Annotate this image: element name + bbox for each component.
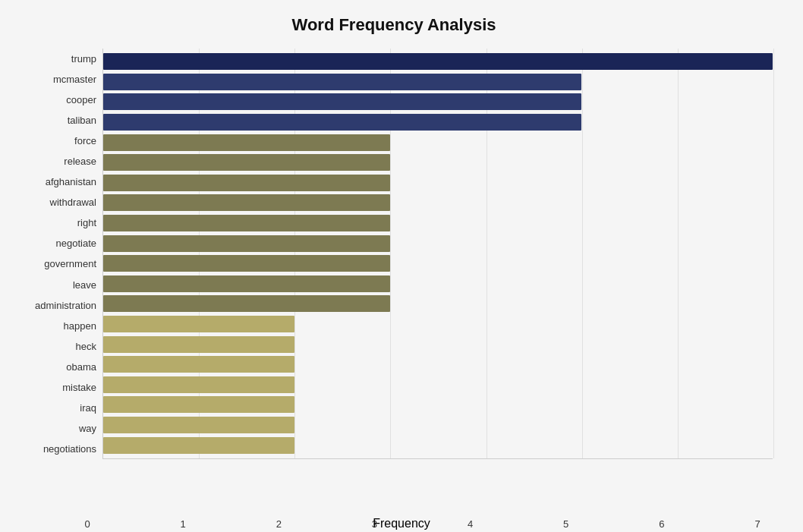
chart-title: Word Frequency Analysis xyxy=(15,15,773,35)
y-label: heck xyxy=(76,336,96,357)
bar xyxy=(103,376,294,393)
bar xyxy=(103,194,390,211)
bar-row xyxy=(103,375,773,395)
bar-row xyxy=(103,173,773,193)
y-label: negotiate xyxy=(56,233,97,253)
bar xyxy=(103,356,294,373)
chart-area: trumpmcmastercoopertalibanforcereleaseaf… xyxy=(15,49,773,459)
bars-wrapper xyxy=(103,49,773,458)
bar-row xyxy=(103,436,773,455)
bar xyxy=(103,215,390,231)
bar xyxy=(103,275,390,292)
bar-row xyxy=(103,274,773,294)
y-label: obama xyxy=(66,357,96,377)
bar-row xyxy=(103,395,773,414)
bar xyxy=(103,336,294,353)
y-label: government xyxy=(44,253,96,274)
bar-row xyxy=(103,335,773,354)
bar xyxy=(103,74,581,90)
y-label: mcmaster xyxy=(53,69,96,90)
grid-line xyxy=(773,49,774,458)
bar-row xyxy=(103,52,773,71)
bar-row xyxy=(103,234,773,253)
bar xyxy=(103,93,581,110)
y-axis: trumpmcmastercoopertalibanforcereleaseaf… xyxy=(15,49,102,459)
bar xyxy=(103,437,294,454)
y-label: trump xyxy=(71,49,96,69)
x-axis-label: Frequency xyxy=(0,517,803,530)
y-label: withdrawal xyxy=(50,192,96,212)
bar-row xyxy=(103,193,773,212)
bar xyxy=(103,255,390,272)
bar-row xyxy=(103,112,773,132)
bar xyxy=(103,114,581,131)
y-label: taliban xyxy=(68,110,96,131)
y-label: force xyxy=(74,131,96,151)
bar-row xyxy=(103,213,773,233)
bar xyxy=(103,235,390,252)
bar-row xyxy=(103,415,773,435)
bar xyxy=(103,154,390,171)
bar-row xyxy=(103,133,773,153)
y-label: cooper xyxy=(66,90,96,110)
bar xyxy=(103,417,294,433)
y-label: release xyxy=(64,151,96,172)
bar xyxy=(103,175,390,191)
bar xyxy=(103,134,390,151)
plot-area xyxy=(102,49,773,459)
bar-row xyxy=(103,72,773,92)
bar-row xyxy=(103,92,773,112)
y-label: afghanistan xyxy=(46,172,96,192)
bar-row xyxy=(103,153,773,172)
y-label: leave xyxy=(73,275,96,295)
y-label: negotiations xyxy=(43,439,96,459)
bar-row xyxy=(103,354,773,374)
y-label: right xyxy=(77,212,96,233)
bar-row xyxy=(103,314,773,334)
bar xyxy=(103,396,294,413)
y-label: happen xyxy=(64,316,96,336)
bar-row xyxy=(103,294,773,313)
chart-container: Word Frequency Analysis trumpmcmastercoo… xyxy=(0,0,803,532)
y-label: way xyxy=(79,418,96,439)
bar-row xyxy=(103,253,773,273)
bar xyxy=(103,316,294,332)
y-label: iraq xyxy=(80,398,96,418)
y-label: administration xyxy=(35,295,96,316)
bar xyxy=(103,53,773,70)
y-label: mistake xyxy=(62,377,96,398)
bar xyxy=(103,295,390,312)
